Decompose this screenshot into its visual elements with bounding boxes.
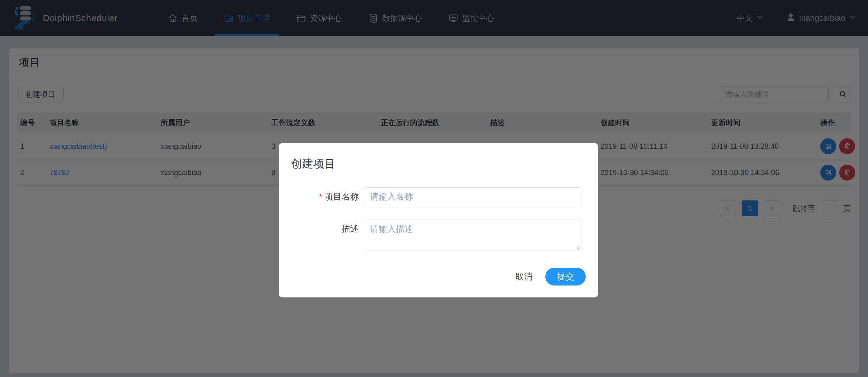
modal-footer: 取消 提交 xyxy=(291,268,586,286)
required-asterisk: * xyxy=(319,192,322,201)
description-row: 描述 xyxy=(291,219,586,251)
description-textarea[interactable] xyxy=(364,219,582,251)
project-name-row: *项目名称 xyxy=(291,187,586,206)
create-project-modal: 创建项目 *项目名称 描述 取消 提交 xyxy=(279,143,598,297)
project-name-label: *项目名称 xyxy=(291,191,364,203)
resize-handle-icon[interactable] xyxy=(575,244,580,250)
submit-button[interactable]: 提交 xyxy=(545,268,586,286)
create-project-form: *项目名称 描述 xyxy=(291,187,586,251)
cancel-button[interactable]: 取消 xyxy=(514,268,534,286)
project-name-input[interactable] xyxy=(364,187,582,206)
description-label: 描述 xyxy=(291,219,364,235)
modal-title: 创建项目 xyxy=(291,156,586,171)
